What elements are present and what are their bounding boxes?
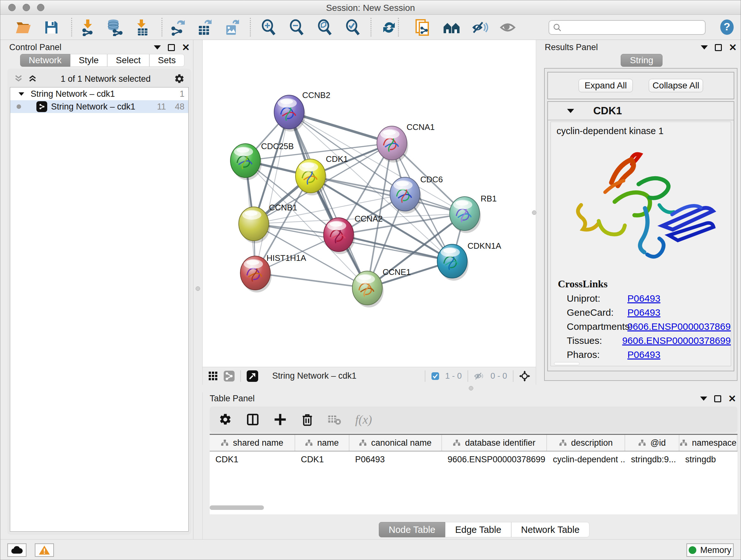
table-cell[interactable]: cyclin-dependent ...	[547, 451, 625, 468]
table-row[interactable]: CDK1CDK1P064939606.ENSP00000378699cyclin…	[210, 451, 738, 468]
panel-menu-icon[interactable]	[700, 396, 707, 401]
table-cell[interactable]: CDK1	[210, 451, 295, 468]
node-CCNE1[interactable]: CCNE1	[352, 267, 411, 307]
zoom-out-icon[interactable]	[287, 18, 306, 37]
gear-icon[interactable]	[174, 73, 185, 84]
network-collection-row[interactable]: String Network – cdk1 1	[10, 87, 188, 100]
crosshair-icon[interactable]	[519, 371, 530, 381]
column-header-shared-name[interactable]: shared name	[210, 435, 295, 451]
edge-CCNA2-CDKN1A[interactable]	[339, 235, 452, 261]
column-header-database-identifier[interactable]: database identifier	[442, 435, 547, 451]
edge-CCNB2-HIST1H1A[interactable]	[255, 112, 289, 273]
grid-icon[interactable]	[208, 371, 218, 381]
edge-HIST1H1A-CCNE1[interactable]	[255, 273, 367, 288]
tab-select[interactable]: Select	[107, 54, 149, 67]
column-header-description[interactable]: description	[547, 435, 625, 451]
float-panel-icon[interactable]	[168, 44, 175, 51]
crosslink-link[interactable]: P06493	[627, 307, 660, 318]
first-neighbors-icon[interactable]	[443, 18, 461, 37]
crosslink-link[interactable]: 9606.ENSP00000378699	[622, 335, 731, 346]
panel-menu-icon[interactable]	[701, 45, 708, 50]
table-cell[interactable]: P06493	[349, 451, 442, 468]
export-table-icon[interactable]	[196, 18, 213, 37]
results-horizontal-scrollbar[interactable]	[554, 362, 580, 365]
tab-sets[interactable]: Sets	[149, 54, 185, 67]
hide-selected-icon[interactable]	[471, 18, 488, 37]
share-network-icon[interactable]	[224, 371, 234, 381]
export-image-icon[interactable]	[223, 18, 241, 37]
node-result-header[interactable]: CDK1	[548, 102, 734, 120]
import-table-icon[interactable]	[133, 18, 151, 37]
node-CCNB1[interactable]: CCNB1	[239, 203, 297, 243]
table-cell[interactable]: CDK1	[295, 451, 349, 468]
crosslink-link[interactable]: P06493	[627, 293, 660, 304]
show-all-icon[interactable]	[499, 18, 517, 37]
close-panel-icon[interactable]: ✕	[182, 44, 190, 51]
float-panel-icon[interactable]	[715, 44, 722, 51]
export-network-icon[interactable]	[169, 18, 187, 37]
delete-icon[interactable]	[301, 413, 314, 426]
column-header-name[interactable]: name	[295, 435, 349, 451]
add-icon[interactable]	[273, 413, 287, 426]
save-session-icon[interactable]	[43, 18, 60, 37]
warning-button[interactable]	[35, 543, 54, 557]
table-horizontal-scrollbar[interactable]	[210, 505, 331, 510]
network-row[interactable]: String Network – cdk1 11 48	[10, 100, 188, 113]
show-columns-icon[interactable]	[246, 413, 259, 426]
expand-all-button[interactable]: Expand All	[579, 79, 633, 92]
import-network-icon[interactable]	[79, 18, 97, 37]
search-field[interactable]	[549, 20, 705, 35]
import-database-icon[interactable]	[106, 18, 124, 37]
birdseye-icon[interactable]	[247, 370, 258, 382]
crosslink-link[interactable]: P06493	[627, 349, 660, 360]
right-splitter-handle[interactable]	[532, 210, 536, 215]
close-panel-icon[interactable]: ✕	[728, 395, 736, 402]
entry-expand-icon[interactable]	[567, 109, 574, 113]
tab-network-table[interactable]: Network Table	[511, 522, 590, 537]
node-HIST1H1A[interactable]: HIST1H1A	[240, 253, 307, 293]
tab-node-table[interactable]: Node Table	[379, 522, 445, 537]
open-session-icon[interactable]	[14, 18, 32, 37]
close-panel-icon[interactable]: ✕	[729, 44, 737, 51]
memory-button[interactable]: Memory	[686, 543, 734, 557]
expand-all-icon[interactable]	[28, 74, 37, 83]
left-splitter-handle[interactable]	[196, 287, 200, 291]
float-panel-icon[interactable]	[714, 395, 721, 402]
duplicate-network-icon[interactable]	[414, 18, 432, 37]
column-header--id[interactable]: @id	[625, 435, 679, 451]
help-icon[interactable]: ?	[719, 18, 735, 36]
zoom-selected-icon[interactable]	[344, 18, 361, 37]
cloud-button[interactable]	[7, 543, 26, 557]
panel-menu-icon[interactable]	[154, 45, 161, 50]
checkbox-icon[interactable]	[431, 372, 440, 380]
refresh-icon[interactable]	[380, 18, 398, 37]
network-view[interactable]: CCNB2CCNA1CDC25BCDK1CDC6RB1CCNB1CCNA2CDK…	[202, 40, 536, 385]
collapse-all-button[interactable]: Collapse All	[649, 79, 703, 92]
tab-string[interactable]: String	[621, 54, 663, 67]
scrollbar-thumb[interactable]	[210, 505, 264, 510]
search-input[interactable]	[561, 22, 701, 33]
node-CDKN1A[interactable]: CDKN1A	[437, 241, 501, 281]
hidden-eye-icon[interactable]	[474, 372, 485, 381]
network-canvas[interactable]: CCNB2CCNA1CDC25BCDK1CDC6RB1CCNB1CCNA2CDK…	[203, 40, 536, 366]
memory-label: Memory	[700, 545, 731, 555]
collection-expand-icon[interactable]	[18, 92, 24, 96]
node-RB1[interactable]: RB1	[450, 194, 497, 233]
zoom-in-icon[interactable]	[259, 18, 277, 37]
table-cell[interactable]: 9606.ENSP00000378699	[442, 451, 547, 468]
table-cell[interactable]: stringdb:9...	[625, 451, 679, 468]
tab-edge-table[interactable]: Edge Table	[445, 522, 511, 537]
bottom-splitter-handle[interactable]	[469, 386, 473, 390]
node-CCNB2[interactable]: CCNB2	[274, 90, 330, 132]
table-cell[interactable]: stringdb	[679, 451, 738, 468]
node-CDC6[interactable]: CDC6	[390, 175, 443, 213]
column-header-canonical-name[interactable]: canonical name	[349, 435, 442, 451]
tab-style[interactable]: Style	[70, 54, 107, 67]
crosslink-link[interactable]: 9606.ENSP00000378699	[627, 321, 731, 332]
gear-icon[interactable]	[219, 413, 232, 426]
column-header-namespace[interactable]: namespace	[679, 435, 738, 451]
node-CDK1[interactable]: CDK1	[295, 154, 348, 195]
tab-network[interactable]: Network	[20, 54, 70, 67]
collapse-all-icon[interactable]	[14, 74, 23, 83]
zoom-fit-icon[interactable]	[316, 18, 333, 37]
